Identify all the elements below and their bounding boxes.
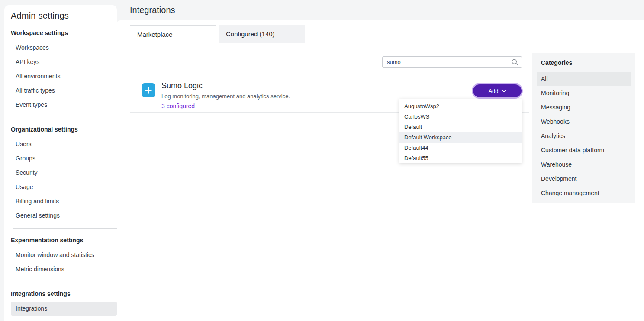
category-item-analytics[interactable]: Analytics (537, 129, 631, 143)
search-icon (511, 58, 519, 66)
sidebar-item-event-types[interactable]: Event types (11, 98, 117, 112)
sidebar-item-all-traffic-types[interactable]: All traffic types (11, 83, 117, 98)
add-button[interactable]: Add (473, 84, 522, 97)
categories-panel: Categories AllMonitoringMessagingWebhook… (532, 53, 635, 203)
category-item-webhooks[interactable]: Webhooks (537, 115, 631, 129)
sidebar-item-metric-dimensions[interactable]: Metric dimensions (11, 262, 117, 276)
sidebar-section-workspace-settings: Workspace settings (11, 29, 117, 37)
workspace-option-carlosws[interactable]: CarlosWS (399, 112, 522, 122)
sidebar-item-all-environments[interactable]: All environments (11, 69, 117, 83)
workspace-option-default-workspace[interactable]: Default Workspace (399, 132, 522, 143)
sidebar-section-items: WorkspacesAPI keysAll environmentsAll tr… (11, 41, 117, 112)
category-item-change-management[interactable]: Change management (537, 186, 631, 200)
sidebar-item-billing-and-limits[interactable]: Billing and limits (11, 194, 117, 209)
search-input[interactable] (382, 56, 522, 68)
workspace-dropdown: AugustoWsp2CarlosWSDefaultDefault Worksp… (399, 99, 522, 163)
sidebar-item-workspaces[interactable]: Workspaces (11, 41, 117, 55)
sidebar-divider (13, 282, 117, 282)
sumo-logic-plus-icon (142, 83, 155, 97)
sidebar-divider (13, 228, 117, 229)
category-item-warehouse[interactable]: Warehouse (537, 157, 631, 172)
workspace-option-default55[interactable]: Default55 (399, 153, 522, 163)
category-item-customer-data-platform[interactable]: Customer data platform (537, 143, 631, 157)
search-box (382, 56, 522, 68)
sidebar-title: Admin settings (11, 10, 117, 22)
integration-name: Sumo Logic (161, 81, 203, 90)
sidebar-item-integrations[interactable]: Integrations (11, 302, 117, 316)
integration-description: Log monitoring, management and analytics… (161, 93, 290, 100)
admin-settings-sidebar: Admin settings Workspace settingsWorkspa… (4, 5, 117, 321)
category-item-all[interactable]: All (537, 72, 631, 86)
page-title: Integrations (117, 0, 644, 20)
workspace-option-default[interactable]: Default (399, 122, 522, 132)
categories-list: AllMonitoringMessagingWebhooksAnalyticsC… (537, 72, 631, 200)
sidebar-item-security[interactable]: Security (11, 166, 117, 180)
category-item-monitoring[interactable]: Monitoring (537, 86, 631, 100)
chevron-down-icon (502, 90, 506, 93)
sidebar-item-groups[interactable]: Groups (11, 151, 117, 166)
main-area: Integrations MarketplaceConfigured (140)… (117, 0, 644, 321)
sidebar-divider (13, 118, 117, 118)
integrations-content: MarketplaceConfigured (140) Sumo Logic L… (117, 20, 644, 321)
categories-header: Categories (537, 59, 631, 67)
sidebar-item-monitor-window-and-statistics[interactable]: Monitor window and statistics (11, 248, 117, 262)
sidebar-item-usage[interactable]: Usage (11, 180, 117, 194)
sidebar-item-api-keys[interactable]: API keys (11, 55, 117, 69)
sidebar-item-users[interactable]: Users (11, 137, 117, 151)
workspace-option-augustowsp2[interactable]: AugustoWsp2 (399, 101, 522, 112)
category-item-messaging[interactable]: Messaging (537, 100, 631, 115)
sidebar-section-experimentation-settings: Experimentation settings (11, 236, 117, 244)
workspace-option-default44[interactable]: Default44 (399, 143, 522, 153)
tab-marketplace[interactable]: Marketplace (130, 25, 216, 43)
sidebar-sections: Workspace settingsWorkspacesAPI keysAll … (11, 29, 117, 316)
sidebar-section-items: Integrations (11, 302, 117, 316)
sidebar-item-general-settings[interactable]: General settings (11, 209, 117, 223)
tab-configured-140[interactable]: Configured (140) (219, 25, 305, 43)
sidebar-section-integrations-settings: Integrations settings (11, 289, 117, 298)
sidebar-section-items: UsersGroupsSecurityUsageBilling and limi… (11, 137, 117, 223)
add-button-label: Add (488, 88, 498, 94)
sidebar-section-organizational-settings: Organizational settings (11, 125, 117, 134)
configured-count-link[interactable]: 3 configured (161, 103, 195, 109)
category-item-development[interactable]: Development (537, 172, 631, 186)
tab-bar: MarketplaceConfigured (140) (117, 25, 644, 43)
sidebar-section-items: Monitor window and statisticsMetric dime… (11, 248, 117, 276)
